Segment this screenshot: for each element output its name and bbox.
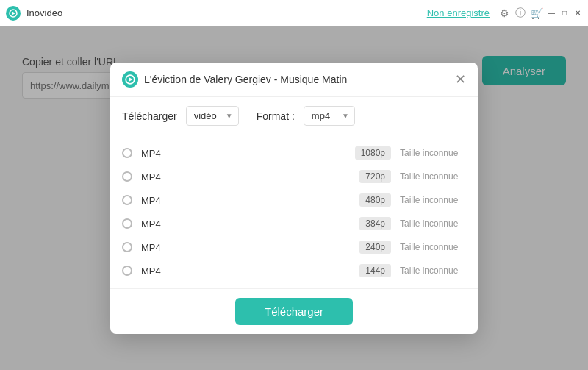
quality-resolution: 144p <box>359 264 391 277</box>
quality-row[interactable]: MP4240pTaille inconnue <box>110 235 478 259</box>
app-name: Inovideo <box>26 7 62 18</box>
format-select[interactable]: mp4 mkv avi <box>304 106 355 126</box>
modal-title: L'éviction de Valery Gergiev - Musique M… <box>144 74 347 85</box>
modal-footer: Télécharger <box>110 288 478 334</box>
quality-format: MP4 <box>141 266 171 277</box>
quality-row[interactable]: MP4144pTaille inconnue <box>110 259 478 282</box>
format-label: Format : <box>257 110 295 122</box>
download-button[interactable]: Télécharger <box>235 298 353 325</box>
quality-resolution: 240p <box>359 241 391 254</box>
settings-icon[interactable]: ⚙ <box>498 7 510 19</box>
quality-format: MP4 <box>141 171 171 182</box>
modal-close-button[interactable]: ✕ <box>455 73 466 86</box>
quality-size: Taille inconnue <box>400 242 466 252</box>
svg-marker-3 <box>129 77 132 82</box>
quality-size: Taille inconnue <box>400 171 466 182</box>
app-icon <box>6 6 21 21</box>
format-wrapper: mp4 mkv avi ▼ <box>304 106 355 126</box>
titlebar: Inovideo Non enregistré ⚙ ⓘ 🛒 — □ ✕ <box>0 0 588 26</box>
quality-radio[interactable] <box>122 242 132 252</box>
quality-size: Taille inconnue <box>400 195 466 205</box>
quality-radio[interactable] <box>122 148 132 158</box>
quality-format: MP4 <box>141 218 171 230</box>
titlebar-left: Inovideo <box>6 6 62 21</box>
quality-resolution: 384p <box>359 217 391 230</box>
quality-size: Taille inconnue <box>400 266 466 276</box>
minimize-button[interactable]: — <box>547 9 556 18</box>
modal-icon <box>122 71 138 88</box>
quality-size: Taille inconnue <box>400 148 466 158</box>
quality-list: MP41080pTaille inconnueMP4720pTaille inc… <box>110 135 478 288</box>
unregistered-link[interactable]: Non enregistré <box>427 7 490 18</box>
cart-icon[interactable]: 🛒 <box>531 7 542 19</box>
quality-format: MP4 <box>141 195 171 206</box>
maximize-button[interactable]: □ <box>560 9 569 18</box>
quality-format: MP4 <box>141 242 171 253</box>
modal-header-left: L'éviction de Valery Gergiev - Musique M… <box>122 71 347 88</box>
quality-resolution: 720p <box>359 170 391 183</box>
video-type-select[interactable]: vidéo audio <box>186 106 239 126</box>
video-type-wrapper: vidéo audio ▼ <box>186 106 239 126</box>
svg-marker-1 <box>12 11 16 15</box>
titlebar-icons: ⚙ ⓘ 🛒 — □ ✕ <box>498 7 582 19</box>
modal-header: L'éviction de Valery Gergiev - Musique M… <box>110 63 478 97</box>
download-label: Télécharger <box>122 110 177 122</box>
info-icon[interactable]: ⓘ <box>514 7 526 19</box>
quality-row[interactable]: MP41080pTaille inconnue <box>110 141 478 165</box>
main-content: Copier et coller l'URL Analyser Copier v… <box>0 26 588 370</box>
quality-row[interactable]: MP4480pTaille inconnue <box>110 188 478 212</box>
quality-radio[interactable] <box>122 171 132 182</box>
quality-row[interactable]: MP4720pTaille inconnue <box>110 165 478 188</box>
quality-radio[interactable] <box>122 218 132 229</box>
modal-controls: Télécharger vidéo audio ▼ Format : mp4 m… <box>110 97 478 135</box>
close-window-button[interactable]: ✕ <box>573 9 582 18</box>
quality-format: MP4 <box>141 148 171 159</box>
quality-resolution: 1080p <box>355 146 391 160</box>
quality-resolution: 480p <box>359 193 391 207</box>
quality-radio[interactable] <box>122 266 132 276</box>
quality-radio[interactable] <box>122 195 132 205</box>
titlebar-right: Non enregistré ⚙ ⓘ 🛒 — □ ✕ <box>427 7 582 19</box>
modal-overlay: L'éviction de Valery Gergiev - Musique M… <box>0 26 588 370</box>
quality-row[interactable]: MP4384pTaille inconnue <box>110 212 478 235</box>
quality-size: Taille inconnue <box>400 218 466 229</box>
modal: L'éviction de Valery Gergiev - Musique M… <box>110 63 478 334</box>
